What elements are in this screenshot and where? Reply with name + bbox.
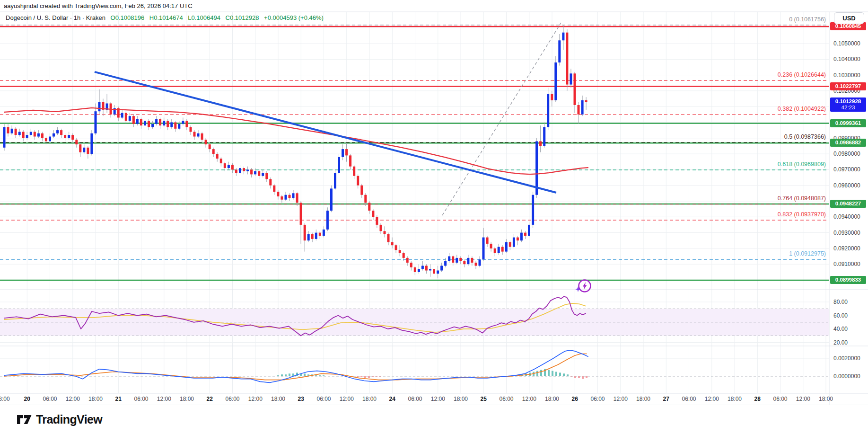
candle-body-down	[216, 154, 219, 159]
candle-body-up	[437, 271, 439, 274]
macd-tick-label: 0.0020000	[833, 355, 860, 362]
candle-body-down	[159, 119, 161, 125]
candle-body-up	[482, 238, 485, 260]
candle-body-down	[224, 163, 226, 168]
tradingview-brand[interactable]: TradingView	[17, 413, 102, 426]
time-axis-label: 21	[108, 396, 129, 402]
macd-signal-line	[4, 354, 587, 380]
price-tick-label: 0.0920000	[833, 245, 860, 252]
chart-plot[interactable]	[0, 0, 868, 434]
time-axis-label: 06:00	[314, 396, 334, 402]
candle-body-down	[486, 238, 489, 244]
candle-body-up	[68, 135, 70, 138]
time-axis-label: 06:00	[679, 396, 700, 402]
macd-histogram-bar	[540, 370, 542, 376]
chart-legend[interactable]: Dogecoin / U. S. Dollar · 1h · Kraken O0…	[6, 14, 324, 21]
macd-histogram-bar	[555, 372, 557, 377]
candle-body-up	[498, 247, 500, 253]
candle-body-up	[37, 133, 40, 137]
candle-body-down	[574, 73, 576, 105]
macd-histogram-bar	[567, 374, 569, 376]
candle-body-down	[551, 94, 553, 100]
legend-low: L0.1006494	[188, 14, 220, 21]
candle-body-down	[60, 130, 62, 135]
candle-body-down	[353, 167, 355, 176]
time-axis-label: 12:00	[336, 396, 357, 402]
candle-body-up	[136, 119, 139, 124]
candle-body-down	[459, 258, 462, 261]
candle-body-up	[342, 149, 344, 157]
legend-open: O0.1008196	[111, 14, 145, 21]
candle-body-up	[448, 257, 450, 261]
candle-body-down	[64, 135, 66, 138]
candle-body-down	[296, 193, 298, 203]
candle-body-down	[79, 144, 81, 152]
candle-body-down	[414, 267, 416, 272]
candle-body-up	[581, 100, 584, 115]
candle-body-down	[273, 186, 275, 192]
candle-body-up	[421, 266, 424, 269]
price-tick-label: 0.1040000	[833, 56, 860, 62]
candle-body-up	[440, 266, 443, 271]
candle-body-down	[250, 169, 253, 174]
candle-body-up	[239, 168, 241, 173]
macd-histogram-bar	[285, 374, 287, 376]
candle-body-up	[334, 173, 336, 188]
price-tick-label: 0.0960000	[833, 182, 860, 189]
time-axis-label: 18:00	[542, 396, 562, 402]
candle-body-down	[45, 138, 47, 142]
candle-body-down	[509, 242, 511, 247]
time-axis-label: 25	[473, 396, 494, 402]
lightning-icon[interactable]	[575, 280, 591, 292]
price-tick-label: 0.1030000	[833, 72, 860, 79]
fib-level-label: 0 (0.1061756)	[789, 16, 826, 23]
price-level-tag: 0.0948227	[830, 200, 866, 208]
time-axis-label: 18:00	[268, 396, 289, 402]
candle-body-down	[209, 144, 211, 149]
rsi-tick-label: 60.00	[833, 312, 848, 319]
current-price-tag: 0.101292842:23	[830, 97, 866, 112]
footer: TradingView	[0, 405, 868, 434]
candle-body-up	[479, 259, 481, 266]
candle-body-up	[285, 195, 287, 200]
candle-body-down	[319, 233, 321, 236]
candle-body-down	[364, 195, 367, 203]
price-tick-label: 0.1050000	[833, 40, 860, 47]
candle-body-down	[368, 203, 370, 211]
candle-body-down	[277, 192, 279, 196]
candle-body-down	[475, 263, 477, 266]
candle-body-up	[330, 188, 333, 211]
candle-body-up	[326, 211, 329, 230]
legend-symbol[interactable]: Dogecoin / U. S. Dollar · 1h · Kraken	[6, 14, 105, 21]
time-axis-label: 12:00	[245, 396, 266, 402]
price-tick-label: 0.0970000	[833, 166, 860, 173]
candle-body-down	[452, 257, 454, 263]
price-level-tag: 0.0986882	[830, 139, 866, 147]
candle-body-down	[125, 113, 127, 121]
candle-body-up	[18, 132, 21, 135]
candle-body-up	[53, 133, 55, 137]
candle-body-down	[289, 195, 291, 198]
price-level-tag: 0.0899833	[830, 276, 866, 284]
fib-level-label: 0.832 (0.0937970)	[778, 211, 826, 218]
candle-body-up	[246, 169, 249, 171]
macd-histogram-bar	[559, 372, 561, 376]
candle-body-down	[410, 263, 412, 267]
time-axis-label: 06:00	[770, 396, 791, 402]
time-axis-label: 12:00	[793, 396, 814, 402]
candle-body-up	[121, 113, 123, 118]
tradingview-logo-icon	[17, 413, 32, 426]
candle-body-down	[34, 132, 36, 137]
macd-histogram-bar	[548, 370, 550, 376]
candle-body-up	[98, 102, 101, 111]
bar-countdown: 42:23	[830, 105, 866, 111]
candle-body-down	[205, 140, 207, 144]
macd-histogram-bar	[586, 376, 587, 378]
candle-body-up	[456, 258, 458, 263]
time-axis-label: 22	[199, 396, 220, 402]
macd-histogram-bar	[563, 373, 565, 376]
currency-toggle-button[interactable]: USD	[834, 12, 864, 24]
candle-body-down	[304, 225, 306, 240]
candle-body-up	[83, 148, 85, 152]
candle-body-down	[403, 253, 405, 258]
